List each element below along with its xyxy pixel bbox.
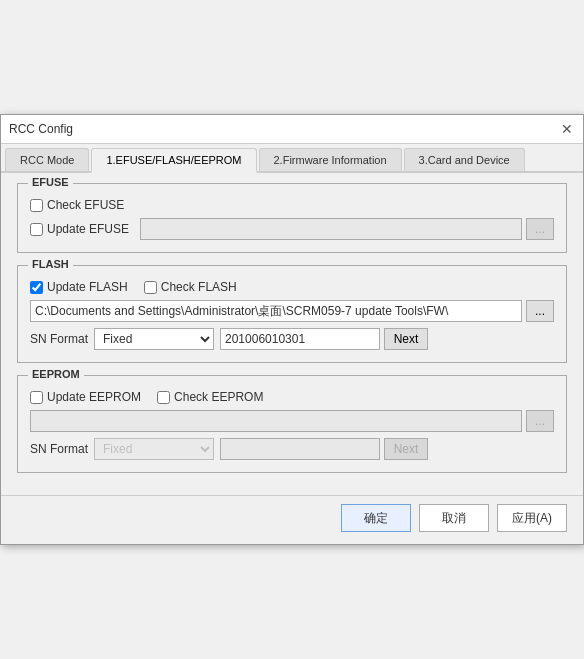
eeprom-path-input[interactable]	[30, 410, 522, 432]
update-eeprom-checkbox[interactable]	[30, 391, 43, 404]
efuse-browse-button[interactable]: ...	[526, 218, 554, 240]
apply-button[interactable]: 应用(A)	[497, 504, 567, 532]
update-eeprom-label[interactable]: Update EEPROM	[30, 390, 141, 404]
eeprom-browse-button[interactable]: ...	[526, 410, 554, 432]
eeprom-sn-format-select[interactable]: Fixed	[94, 438, 214, 460]
update-efuse-label[interactable]: Update EFUSE	[30, 222, 140, 236]
check-efuse-label[interactable]: Check EFUSE	[30, 198, 124, 212]
footer: 确定 取消 应用(A)	[1, 495, 583, 544]
tab-card-device[interactable]: 3.Card and Device	[404, 148, 525, 171]
flash-path-input[interactable]	[30, 300, 522, 322]
window-title: RCC Config	[9, 122, 73, 136]
efuse-section-label: EFUSE	[28, 176, 73, 188]
eeprom-section-label: EEPROM	[28, 368, 84, 380]
eeprom-sn-row: SN Format Fixed Next	[30, 438, 554, 460]
flash-sn-format-label: SN Format	[30, 332, 88, 346]
tab-rcc-mode[interactable]: RCC Mode	[5, 148, 89, 171]
flash-section-label: FLASH	[28, 258, 73, 270]
flash-sn-value-input[interactable]	[220, 328, 380, 350]
eeprom-content: Update EEPROM Check EEPROM ... SN Format…	[30, 390, 554, 460]
tab-content: EFUSE Check EFUSE Update EFUSE ...	[1, 173, 583, 495]
efuse-content: Check EFUSE Update EFUSE ...	[30, 198, 554, 240]
eeprom-section: EEPROM Update EEPROM Check EEPROM ...	[17, 375, 567, 473]
flash-checks-row: Update FLASH Check FLASH	[30, 280, 554, 294]
check-flash-label[interactable]: Check FLASH	[144, 280, 237, 294]
eeprom-checks-row: Update EEPROM Check EEPROM	[30, 390, 554, 404]
flash-browse-button[interactable]: ...	[526, 300, 554, 322]
update-flash-checkbox[interactable]	[30, 281, 43, 294]
efuse-section: EFUSE Check EFUSE Update EFUSE ...	[17, 183, 567, 253]
close-button[interactable]: ✕	[559, 121, 575, 137]
titlebar: RCC Config ✕	[1, 115, 583, 144]
eeprom-sn-format-label: SN Format	[30, 442, 88, 456]
main-window: RCC Config ✕ RCC Mode 1.EFUSE/FLASH/EEPR…	[0, 114, 584, 545]
cancel-button[interactable]: 取消	[419, 504, 489, 532]
flash-section: FLASH Update FLASH Check FLASH ...	[17, 265, 567, 363]
update-efuse-checkbox[interactable]	[30, 223, 43, 236]
update-flash-label[interactable]: Update FLASH	[30, 280, 128, 294]
check-efuse-row: Check EFUSE	[30, 198, 554, 212]
check-efuse-checkbox[interactable]	[30, 199, 43, 212]
flash-sn-row: SN Format Fixed Auto Manual Next	[30, 328, 554, 350]
tab-efuse-flash-eeprom[interactable]: 1.EFUSE/FLASH/EEPROM	[91, 148, 256, 173]
flash-path-row: ...	[30, 300, 554, 322]
eeprom-sn-value-input[interactable]	[220, 438, 380, 460]
check-flash-checkbox[interactable]	[144, 281, 157, 294]
tab-bar: RCC Mode 1.EFUSE/FLASH/EEPROM 2.Firmware…	[1, 144, 583, 173]
eeprom-next-button[interactable]: Next	[384, 438, 428, 460]
flash-content: Update FLASH Check FLASH ... SN Format F…	[30, 280, 554, 350]
tab-firmware-info[interactable]: 2.Firmware Information	[259, 148, 402, 171]
eeprom-path-row: ...	[30, 410, 554, 432]
update-efuse-row: Update EFUSE ...	[30, 218, 554, 240]
update-efuse-input[interactable]	[140, 218, 522, 240]
check-eeprom-checkbox[interactable]	[157, 391, 170, 404]
flash-next-button[interactable]: Next	[384, 328, 428, 350]
ok-button[interactable]: 确定	[341, 504, 411, 532]
check-eeprom-label[interactable]: Check EEPROM	[157, 390, 263, 404]
flash-sn-format-select[interactable]: Fixed Auto Manual	[94, 328, 214, 350]
